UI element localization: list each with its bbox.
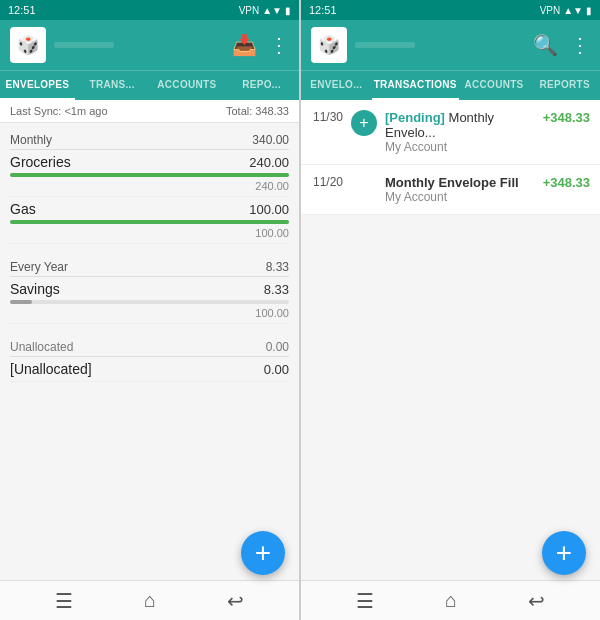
left-header-title: [54, 42, 114, 48]
left-sync-bar: Last Sync: <1m ago Total: 348.33: [0, 100, 299, 123]
right-tab-reports[interactable]: REPORTS: [529, 71, 600, 100]
left-groceries-sub: 240.00: [10, 180, 289, 192]
left-monthly-header: Monthly 340.00: [10, 127, 289, 149]
left-content-wrapper: Last Sync: <1m ago Total: 348.33 Monthly…: [0, 100, 299, 620]
left-logo: 🎲: [10, 27, 46, 63]
right-txn1-icon: +: [351, 110, 377, 136]
left-savings-progress-bg: [10, 300, 289, 304]
left-section-unallocated: Unallocated 0.00 [Unallocated] 0.00: [0, 330, 299, 382]
left-envelope-savings: Savings 8.33 100.00: [10, 277, 289, 324]
right-more-icon[interactable]: ⋮: [570, 33, 590, 57]
left-section-monthly: Monthly 340.00 Groceries 240.00 240.00: [0, 123, 299, 244]
left-status-bar: 12:51 VPN ▲▼ ▮: [0, 0, 299, 20]
left-fab-icon: +: [255, 537, 271, 569]
left-header-icons: 📥 ⋮: [232, 33, 289, 57]
left-time: 12:51: [8, 4, 36, 16]
right-header: 🎲 🔍 ⋮: [301, 20, 600, 70]
left-phone: 12:51 VPN ▲▼ ▮ 🎲 📥 ⋮ ENVELOPES TRANS... …: [0, 0, 300, 620]
right-status-bar: 12:51 VPN ▲▼ ▮: [301, 0, 600, 20]
left-gas-name: Gas: [10, 201, 36, 217]
right-header-title: [355, 42, 415, 48]
left-groceries-name: Groceries: [10, 154, 71, 170]
right-txn2-account: My Account: [385, 190, 535, 204]
left-inbox-icon[interactable]: 📥: [232, 33, 257, 57]
left-battery: ▮: [285, 5, 291, 16]
left-unallocated-name: [Unallocated]: [10, 361, 92, 377]
right-search-icon[interactable]: 🔍: [533, 33, 558, 57]
left-menu-icon[interactable]: ☰: [55, 589, 73, 613]
left-tab-transactions[interactable]: TRANS...: [75, 71, 150, 100]
left-groceries-row: Groceries 240.00: [10, 154, 289, 170]
right-bottom-nav: ☰ ⌂ ↩: [301, 580, 600, 620]
right-txn2-details: Monthly Envelope Fill My Account: [385, 175, 535, 204]
right-tab-accounts[interactable]: ACCOUNTS: [459, 71, 530, 100]
left-unallocated-row: [Unallocated] 0.00: [10, 361, 289, 377]
right-fab[interactable]: +: [542, 531, 586, 575]
left-fab[interactable]: +: [241, 531, 285, 575]
right-signal: ▲▼: [563, 5, 583, 16]
left-tab-reports[interactable]: REPO...: [224, 71, 299, 100]
right-phone: 12:51 VPN ▲▼ ▮ 🎲 🔍 ⋮ ENVELO... TRANSACTI…: [300, 0, 600, 620]
left-gas-progress-bg: [10, 220, 289, 224]
left-unallocated-amount: 0.00: [266, 340, 289, 354]
left-sync-text: Last Sync: <1m ago: [10, 105, 108, 117]
right-txn2-date: 11/20: [311, 175, 343, 189]
right-txn-2: 11/20 Monthly Envelope Fill My Account +…: [301, 165, 600, 215]
left-home-icon[interactable]: ⌂: [144, 589, 156, 612]
left-envelope-unallocated: [Unallocated] 0.00: [10, 357, 289, 382]
right-menu-icon[interactable]: ☰: [356, 589, 374, 613]
left-every-year-label: Every Year: [10, 260, 68, 274]
right-content-wrapper: 11/30 + [Pending] Monthly Envelo... My A…: [301, 100, 600, 620]
left-more-icon[interactable]: ⋮: [269, 33, 289, 57]
left-savings-row: Savings 8.33: [10, 281, 289, 297]
right-txn1-title: [Pending] Monthly Envelo...: [385, 110, 535, 140]
left-section-every-year: Every Year 8.33 Savings 8.33 100.00: [0, 250, 299, 324]
right-battery: ▮: [586, 5, 592, 16]
left-gas-amount: 100.00: [249, 202, 289, 217]
right-nav-tabs: ENVELO... TRANSACTIONS ACCOUNTS REPORTS: [301, 70, 600, 100]
right-txn1-pending: [Pending]: [385, 110, 445, 125]
left-back-icon[interactable]: ↩: [227, 589, 244, 613]
right-txn2-title-text: Monthly Envelope Fill: [385, 175, 519, 190]
left-gas-sub-amount: 100.00: [255, 227, 289, 239]
left-groceries-progress-bg: [10, 173, 289, 177]
right-tab-transactions[interactable]: TRANSACTIONS: [372, 71, 459, 100]
left-nav-tabs: ENVELOPES TRANS... ACCOUNTS REPO...: [0, 70, 299, 100]
left-header-left: 🎲: [10, 27, 114, 63]
right-content: 11/30 + [Pending] Monthly Envelo... My A…: [301, 100, 600, 580]
left-groceries-amount: 240.00: [249, 155, 289, 170]
left-savings-sub: 100.00: [10, 307, 289, 319]
left-savings-amount: 8.33: [264, 282, 289, 297]
right-txn1-date: 11/30: [311, 110, 343, 124]
left-monthly-amount: 340.00: [252, 133, 289, 147]
left-content: Last Sync: <1m ago Total: 348.33 Monthly…: [0, 100, 299, 580]
right-txn2-title: Monthly Envelope Fill: [385, 175, 535, 190]
right-home-icon[interactable]: ⌂: [445, 589, 457, 612]
left-vpn: VPN: [239, 5, 260, 16]
right-txn2-amount: +348.33: [543, 175, 590, 190]
left-envelope-groceries: Groceries 240.00 240.00: [10, 150, 289, 197]
left-savings-sub-amount: 100.00: [255, 307, 289, 319]
left-groceries-sub-amount: 240.00: [255, 180, 289, 192]
right-tab-envelopes[interactable]: ENVELO...: [301, 71, 372, 100]
right-txn-1: 11/30 + [Pending] Monthly Envelo... My A…: [301, 100, 600, 165]
right-fab-icon: +: [556, 537, 572, 569]
right-status-icons: VPN ▲▼ ▮: [540, 5, 592, 16]
left-tab-envelopes[interactable]: ENVELOPES: [0, 71, 75, 100]
left-savings-name: Savings: [10, 281, 60, 297]
left-bottom-nav: ☰ ⌂ ↩: [0, 580, 299, 620]
left-unallocated-val: 0.00: [264, 362, 289, 377]
right-back-icon[interactable]: ↩: [528, 589, 545, 613]
left-envelope-gas: Gas 100.00 100.00: [10, 197, 289, 244]
left-savings-progress-fill: [10, 300, 32, 304]
left-header: 🎲 📥 ⋮: [0, 20, 299, 70]
left-status-icons: VPN ▲▼ ▮: [239, 5, 291, 16]
right-txn1-amount: +348.33: [543, 110, 590, 125]
right-txn1-account: My Account: [385, 140, 535, 154]
left-gas-progress-fill: [10, 220, 289, 224]
left-unallocated-label: Unallocated: [10, 340, 73, 354]
left-every-year-amount: 8.33: [266, 260, 289, 274]
left-tab-accounts[interactable]: ACCOUNTS: [150, 71, 225, 100]
left-total-text: Total: 348.33: [226, 105, 289, 117]
right-logo: 🎲: [311, 27, 347, 63]
